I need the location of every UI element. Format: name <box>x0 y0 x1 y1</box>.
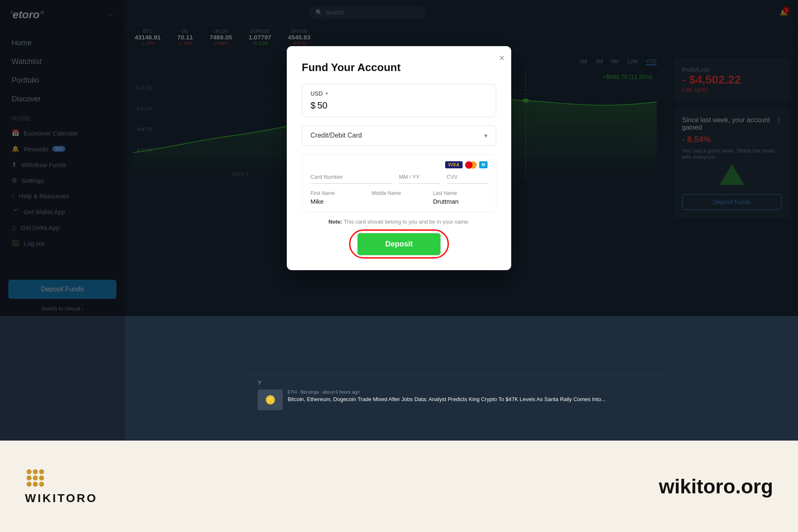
visa-icon: VISA <box>445 161 462 168</box>
currency-symbol: $ <box>310 100 315 111</box>
news-thumbnail: 🪙 <box>258 389 283 410</box>
fund-account-modal: Fund Your Account × USD ▾ $ 50 Credit/De… <box>287 46 511 270</box>
card-icons: VISA M <box>445 161 488 169</box>
card-form-area: VISA M Card Number MM / YY CVV <box>302 154 496 212</box>
name-fields-row: First Name Mike Middle Name Last Name Dr… <box>310 190 488 205</box>
amount-row: $ 50 <box>310 100 488 111</box>
note-prefix: Note: <box>328 219 342 225</box>
card-fields-row: Card Number MM / YY CVV <box>310 174 488 184</box>
note-body: This card should belong to you and be in… <box>342 219 470 225</box>
modal-overlay: Fund Your Account × USD ▾ $ 50 Credit/De… <box>0 0 798 316</box>
amount-value: 50 <box>317 100 327 111</box>
currency-code: USD <box>310 90 323 97</box>
footer: WIKITORO wikitoro.org <box>0 441 798 532</box>
wikitoro-icon <box>25 468 46 488</box>
wikitoro-logo: WIKITORO <box>25 468 98 505</box>
card-number-label: Card Number <box>310 174 392 180</box>
news-title: Bitcoin, Ethereum, Dogecoin Trade Mixed … <box>288 396 606 402</box>
last-name-value: Druttman <box>433 198 488 205</box>
deposit-submit-button[interactable]: Deposit <box>357 233 441 255</box>
card-note: Note: This card should belong to you and… <box>302 219 496 225</box>
news-section-title: Y <box>258 379 657 386</box>
modal-title: Fund Your Account <box>302 61 496 74</box>
first-name-field[interactable]: First Name Mike <box>310 190 365 205</box>
card-cvv-label: CVV <box>447 174 488 180</box>
wikitoro-url[interactable]: wikitoro.org <box>659 475 773 498</box>
first-name-label: First Name <box>310 190 365 196</box>
currency-chevron-icon: ▾ <box>325 91 328 96</box>
first-name-value: Mike <box>310 198 365 205</box>
last-name-field[interactable]: Last Name Druttman <box>433 190 488 205</box>
card-cvv-field[interactable]: CVV <box>447 174 488 184</box>
mastercard-icon <box>465 161 477 169</box>
news-meta: ETH · Beruinga · about 6 hours ago <box>288 389 606 394</box>
middle-name-field[interactable]: Middle Name <box>372 190 426 205</box>
payment-chevron-icon: ▾ <box>484 132 488 140</box>
payment-method-label: Credit/Debit Card <box>310 132 362 139</box>
card-expiry-label: MM / YY <box>399 174 440 180</box>
currency-amount-box: USD ▾ $ 50 <box>302 84 496 117</box>
middle-name-label: Middle Name <box>372 190 426 196</box>
payment-method-selector[interactable]: Credit/Debit Card ▾ <box>302 126 496 146</box>
maestro-icon: M <box>479 161 488 168</box>
wikitoro-name: WIKITORO <box>25 492 98 505</box>
card-number-field[interactable]: Card Number <box>310 174 392 184</box>
news-item[interactable]: 🪙 ETH · Beruinga · about 6 hours ago Bit… <box>258 389 657 410</box>
modal-close-button[interactable]: × <box>499 53 505 64</box>
card-icons-row: VISA M <box>310 161 488 169</box>
card-expiry-field[interactable]: MM / YY <box>399 174 440 184</box>
last-name-label: Last Name <box>433 190 488 196</box>
currency-selector[interactable]: USD ▾ <box>310 90 488 97</box>
news-area: Y 🪙 ETH · Beruinga · about 6 hours ago B… <box>249 374 665 441</box>
deposit-button-wrapper: Deposit <box>353 233 445 255</box>
